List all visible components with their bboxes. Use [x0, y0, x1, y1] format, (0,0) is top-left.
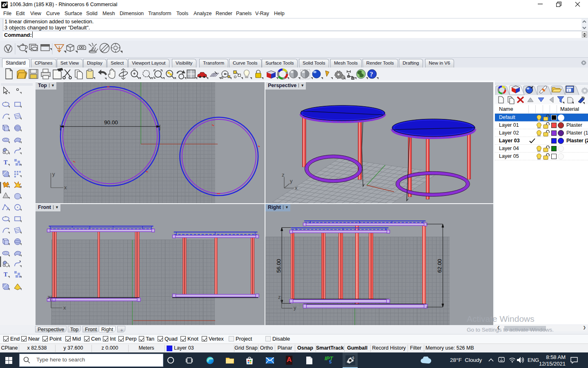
svg-text:y: y: [294, 305, 296, 311]
svg-text:90.00: 90.00: [104, 119, 118, 126]
svg-text:y: y: [290, 178, 293, 184]
svg-text:z: z: [282, 172, 285, 178]
svg-text:x: x: [64, 184, 67, 191]
svg-text:?: ?: [568, 89, 570, 92]
svg-text:x: x: [295, 185, 298, 191]
svg-text:56.00: 56.00: [276, 259, 282, 273]
svg-text:x: x: [63, 305, 66, 311]
svg-text:62.00: 62.00: [437, 259, 443, 273]
svg-text:6: 6: [352, 356, 354, 360]
svg-text:z: z: [47, 294, 50, 300]
svg-text:T: T: [4, 272, 8, 278]
svg-text:?: ?: [370, 71, 373, 78]
svg-text:y: y: [52, 171, 55, 177]
svg-text:T: T: [4, 159, 8, 166]
svg-text:z: z: [278, 294, 281, 300]
svg-text:6: 6: [6, 2, 8, 5]
